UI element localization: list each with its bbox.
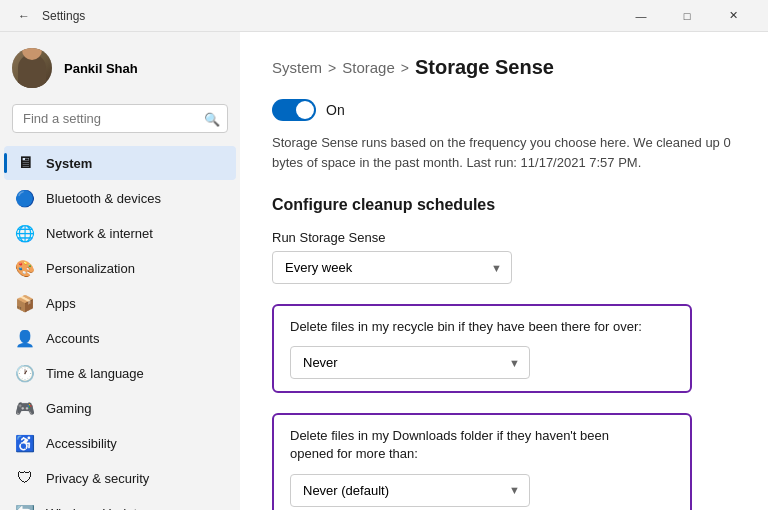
main-content: System > Storage > Storage Sense On Stor…: [240, 32, 768, 510]
toggle-thumb: [296, 101, 314, 119]
toggle-row: On: [272, 99, 736, 121]
sidebar-label-time: Time & language: [46, 366, 144, 381]
breadcrumb: System > Storage > Storage Sense: [272, 56, 736, 79]
sidebar-label-privacy: Privacy & security: [46, 471, 149, 486]
sidebar-item-privacy[interactable]: 🛡Privacy & security: [4, 461, 236, 495]
sidebar-item-windows[interactable]: 🔄Windows Update: [4, 496, 236, 510]
minimize-button[interactable]: —: [618, 0, 664, 32]
sidebar-item-bluetooth[interactable]: 🔵Bluetooth & devices: [4, 181, 236, 215]
sidebar-item-accessibility[interactable]: ♿Accessibility: [4, 426, 236, 460]
sidebar-label-system: System: [46, 156, 92, 171]
bluetooth-icon: 🔵: [16, 189, 34, 207]
downloads-select[interactable]: Never (default)1 day14 days30 days60 day…: [290, 474, 530, 507]
user-name: Pankil Shah: [64, 61, 138, 76]
sidebar-item-time[interactable]: 🕐Time & language: [4, 356, 236, 390]
sidebar-item-personalization[interactable]: 🎨Personalization: [4, 251, 236, 285]
sidebar-label-apps: Apps: [46, 296, 76, 311]
breadcrumb-storage: Storage: [342, 59, 395, 76]
windows-icon: 🔄: [16, 504, 34, 510]
user-profile[interactable]: Pankil Shah: [0, 32, 240, 104]
sidebar-label-personalization: Personalization: [46, 261, 135, 276]
sidebar-label-gaming: Gaming: [46, 401, 92, 416]
breadcrumb-sep2: >: [401, 60, 409, 76]
titlebar: ← Settings — □ ✕: [0, 0, 768, 32]
accessibility-icon: ♿: [16, 434, 34, 452]
close-button[interactable]: ✕: [710, 0, 756, 32]
sidebar-label-windows: Windows Update: [46, 506, 144, 511]
maximize-button[interactable]: □: [664, 0, 710, 32]
breadcrumb-sep1: >: [328, 60, 336, 76]
avatar: [12, 48, 52, 88]
downloads-select-wrapper: Never (default)1 day14 days30 days60 day…: [290, 474, 530, 507]
run-storage-sense-group: Run Storage Sense Every dayEvery weekEve…: [272, 230, 736, 284]
sidebar-label-bluetooth: Bluetooth & devices: [46, 191, 161, 206]
active-indicator: [4, 153, 7, 173]
window-controls: — □ ✕: [618, 0, 756, 32]
search-input[interactable]: [12, 104, 228, 133]
sidebar-label-accounts: Accounts: [46, 331, 99, 346]
app-body: Pankil Shah 🔍 🖥System🔵Bluetooth & device…: [0, 32, 768, 510]
sidebar-item-system[interactable]: 🖥System: [4, 146, 236, 180]
sidebar-item-accounts[interactable]: 👤Accounts: [4, 321, 236, 355]
recycle-bin-label: Delete files in my recycle bin if they h…: [290, 318, 650, 336]
accounts-icon: 👤: [16, 329, 34, 347]
configure-title: Configure cleanup schedules: [272, 196, 736, 214]
system-icon: 🖥: [16, 154, 34, 172]
downloads-box: Delete files in my Downloads folder if t…: [272, 413, 692, 510]
sidebar-nav: 🖥System🔵Bluetooth & devices🌐Network & in…: [0, 141, 240, 510]
sidebar-label-network: Network & internet: [46, 226, 153, 241]
downloads-label: Delete files in my Downloads folder if t…: [290, 427, 650, 463]
toggle-label: On: [326, 102, 345, 118]
back-icon: ←: [18, 9, 30, 23]
run-storage-sense-select[interactable]: Every dayEvery weekEvery monthDuring low…: [272, 251, 512, 284]
sidebar: Pankil Shah 🔍 🖥System🔵Bluetooth & device…: [0, 32, 240, 510]
back-button[interactable]: ←: [12, 4, 36, 28]
apps-icon: 📦: [16, 294, 34, 312]
privacy-icon: 🛡: [16, 469, 34, 487]
breadcrumb-current: Storage Sense: [415, 56, 554, 79]
recycle-bin-select[interactable]: Never1 day14 days30 days60 days: [290, 346, 530, 379]
time-icon: 🕐: [16, 364, 34, 382]
run-storage-sense-label: Run Storage Sense: [272, 230, 736, 245]
network-icon: 🌐: [16, 224, 34, 242]
run-storage-sense-select-wrapper: Every dayEvery weekEvery monthDuring low…: [272, 251, 512, 284]
sidebar-item-gaming[interactable]: 🎮Gaming: [4, 391, 236, 425]
search-box: 🔍: [12, 104, 228, 133]
recycle-bin-select-wrapper: Never1 day14 days30 days60 days ▼: [290, 346, 530, 379]
storage-sense-description: Storage Sense runs based on the frequenc…: [272, 133, 736, 172]
sidebar-item-network[interactable]: 🌐Network & internet: [4, 216, 236, 250]
titlebar-title: Settings: [42, 9, 85, 23]
sidebar-label-accessibility: Accessibility: [46, 436, 117, 451]
recycle-bin-box: Delete files in my recycle bin if they h…: [272, 304, 692, 393]
storage-sense-toggle[interactable]: [272, 99, 316, 121]
gaming-icon: 🎮: [16, 399, 34, 417]
breadcrumb-system: System: [272, 59, 322, 76]
personalization-icon: 🎨: [16, 259, 34, 277]
sidebar-item-apps[interactable]: 📦Apps: [4, 286, 236, 320]
